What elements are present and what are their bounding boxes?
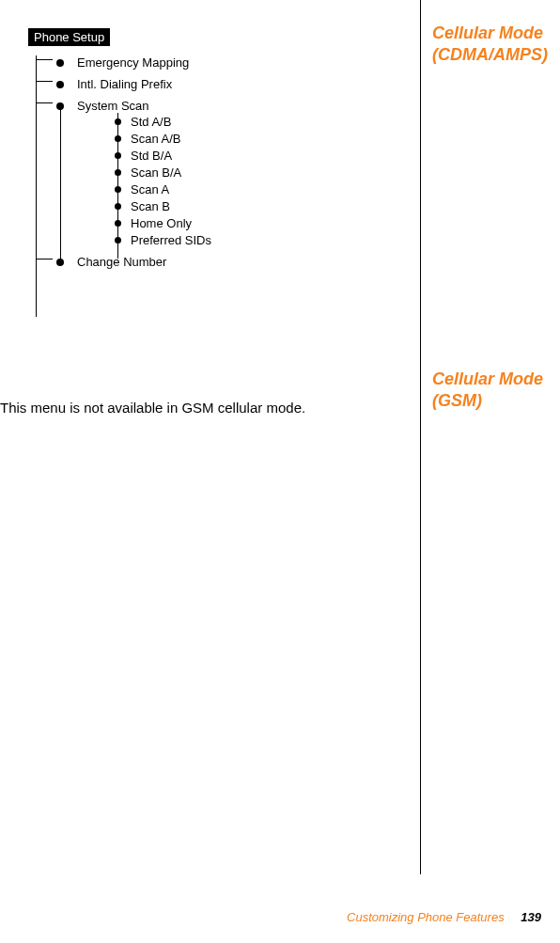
menu-item: Emergency Mapping [56, 55, 413, 70]
bullet-icon [115, 220, 121, 227]
bullet-icon [56, 81, 64, 88]
menu-item: Intl. Dialing Prefix [56, 77, 413, 91]
footer-section-title: Customizing Phone Features [347, 910, 505, 924]
submenu-item: Scan A/B [115, 132, 413, 146]
bullet-icon [115, 152, 121, 159]
menu-item-label: Change Number [77, 255, 166, 269]
submenu-item-label: Scan A/B [131, 132, 180, 146]
submenu-item-label: Scan A [131, 182, 169, 196]
page: Phone Setup Emergency Mapping Intl. Dial… [0, 0, 560, 943]
submenu-item-label: Preferred SIDs [131, 233, 211, 247]
page-footer: Customizing Phone Features 139 [347, 910, 541, 924]
side-heading-gsm: Cellular Mode (GSM) [432, 369, 545, 411]
level1-list: Emergency Mapping Intl. Dialing Prefix S… [56, 55, 413, 269]
submenu-item: Scan A [115, 182, 413, 196]
gsm-note-text: This menu is not available in GSM cellul… [0, 400, 413, 416]
main-content: Phone Setup Emergency Mapping Intl. Dial… [0, 28, 413, 276]
tree-hline [36, 259, 53, 259]
submenu-item-label: Home Only [131, 216, 192, 230]
tree-vline-2a [60, 105, 61, 265]
menu-item: System Scan [56, 99, 413, 113]
submenu-item-label: Std B/A [131, 149, 172, 163]
vertical-divider [420, 0, 421, 874]
menu-item-label: Intl. Dialing Prefix [77, 77, 172, 91]
submenu-item: Std B/A [115, 149, 413, 163]
level2-list: Std A/B Scan A/B Std B/A Scan B/A [115, 115, 413, 247]
bullet-icon [115, 135, 121, 142]
menu-item-label: Emergency Mapping [77, 55, 189, 70]
submenu-item-label: Scan B [131, 199, 170, 213]
bullet-icon [56, 259, 64, 266]
tree-hline [36, 59, 53, 60]
menu-item-label: System Scan [77, 99, 149, 113]
menu-root-label: Phone Setup [28, 28, 110, 46]
submenu-item: Home Only [115, 216, 413, 230]
submenu-item-label: Std A/B [131, 115, 171, 129]
bullet-icon [115, 118, 121, 125]
submenu-item: Std A/B [115, 115, 413, 129]
tree-vline-1 [36, 55, 37, 317]
tree-container: Emergency Mapping Intl. Dialing Prefix S… [28, 55, 413, 269]
bullet-icon [56, 59, 64, 67]
bullet-icon [115, 169, 121, 176]
menu-tree: Phone Setup Emergency Mapping Intl. Dial… [28, 28, 413, 269]
bullet-icon [115, 203, 121, 210]
tree-hline [36, 102, 53, 103]
submenu-item: Scan B/A [115, 165, 413, 180]
submenu-item: Preferred SIDs [115, 233, 413, 247]
menu-item: Change Number [56, 255, 413, 269]
submenu-item: Scan B [115, 199, 413, 213]
bullet-icon [115, 186, 121, 193]
submenu-item-label: Scan B/A [131, 165, 181, 180]
bullet-icon [115, 237, 121, 244]
side-heading-cdma: Cellular Mode (CDMA/AMPS) [432, 23, 545, 65]
tree-hline [36, 81, 53, 82]
footer-page-number: 139 [521, 910, 541, 924]
